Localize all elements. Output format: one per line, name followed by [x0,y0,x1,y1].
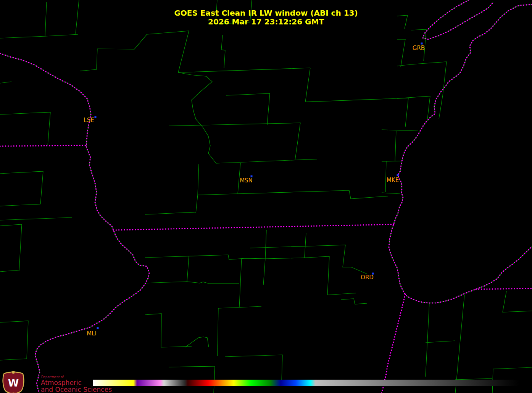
logo-line2: and Oceanic Sciences [41,386,112,393]
uw-crest-crown [12,371,15,374]
satellite-image-viewport: GRBLSEMSNMKEORDMLI GOES East Clean IR LW… [0,0,532,393]
station-dot-mke [397,174,399,176]
station-label-grb: GRB [413,45,425,52]
station-dot-mli [97,327,99,329]
station-dot-lse [95,116,97,118]
station-label-ord: ORD [361,274,374,281]
temperature-colorbar [93,380,519,386]
map-background [0,0,532,393]
station-ord: ORD [361,273,374,281]
uw-monogram: W [8,377,19,389]
station-label-mli: MLI [87,330,97,337]
image-title: GOES East Clean IR LW window (ABI ch 13) [174,8,358,18]
station-label-mke: MKE [387,177,399,184]
station-dot-grb [421,43,423,45]
logo-line1: Atmospheric [41,379,82,387]
logo-dept-line: Department of [41,375,64,379]
station-label-lse: LSE [84,117,94,124]
image-timestamp: 2026 Mar 17 23:12:26 GMT [208,17,324,26]
goes-ir-map: GRBLSEMSNMKEORDMLI GOES East Clean IR LW… [0,0,532,393]
station-label-msn: MSN [240,177,253,184]
